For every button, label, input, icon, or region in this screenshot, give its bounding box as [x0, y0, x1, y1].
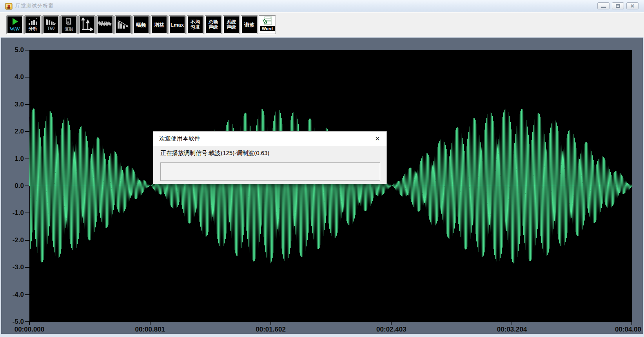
- plot-area: [29, 50, 632, 322]
- y-axis-tick: [25, 131, 29, 132]
- x-axis-tick: [512, 322, 512, 325]
- lmax-button-face: Lmax: [170, 16, 185, 33]
- bar-chart-icon: [27, 18, 38, 26]
- dialog-titlebar: 欢迎使用本软件 ✕: [153, 132, 386, 146]
- x-axis-label: 00:02.403: [376, 326, 406, 333]
- harmonics-button-face: 谐波: [242, 16, 257, 33]
- waveform-canvas: [29, 50, 632, 322]
- document-copy-icon: [65, 18, 73, 27]
- word-export-button-face: Word: [260, 16, 275, 33]
- y-axis-label: 4.0: [4, 73, 24, 81]
- x-axis-tick: [29, 322, 30, 325]
- gain-label: 增益: [154, 22, 164, 27]
- nonuniformity-button[interactable]: 不均匀度: [187, 15, 204, 34]
- harmonics-button[interactable]: 谐波: [241, 15, 258, 34]
- y-axis-label: 5.0: [4, 46, 24, 54]
- decay-bars-icon: [45, 18, 56, 26]
- y-axis-label: -5.0: [4, 318, 24, 326]
- histogram-decay-button-face: [116, 16, 131, 33]
- t60-button[interactable]: T60: [42, 15, 60, 34]
- total-noise-level-button[interactable]: 总噪声级: [205, 15, 222, 34]
- dialog-title: 欢迎使用本软件: [159, 135, 200, 142]
- copy-label: 复制: [65, 27, 73, 32]
- y-axis-tick: [25, 104, 29, 105]
- nonuniformity-button-face: 不均匀度: [188, 16, 203, 33]
- x-axis-label: 00:01.602: [256, 326, 286, 333]
- minimize-icon: [601, 7, 606, 8]
- word-export-button[interactable]: Word: [259, 15, 276, 34]
- play-wav-button[interactable]: WAV: [6, 15, 24, 34]
- welcome-dialog: 欢迎使用本软件 ✕ 正在播放调制信号:载波(125)-调制波(0.63): [153, 131, 387, 184]
- app-icon: [5, 2, 13, 10]
- total-noise-level-label-line2: 声级: [209, 25, 218, 30]
- y-axis-label: -2.0: [4, 236, 24, 244]
- y-axis-label: 3.0: [4, 101, 24, 108]
- axes-button[interactable]: [78, 15, 96, 34]
- y-axis-label: 2.0: [4, 128, 24, 135]
- lmax-label: Lmax: [171, 22, 184, 27]
- spreadsheet-icon: [262, 16, 272, 26]
- y-axis-label: 0.0: [4, 182, 24, 190]
- minimize-button[interactable]: [597, 2, 610, 9]
- y-axis-tick: [25, 294, 29, 295]
- total-noise-level-button-face: 总噪声级: [206, 16, 221, 33]
- y-axis-tick: [25, 240, 29, 241]
- y-axis-label: 1.0: [4, 155, 24, 163]
- window-title: 厅堂测试分析窗: [15, 2, 54, 9]
- x-axis-label: 00:00.000: [15, 326, 45, 333]
- axes-button-face: [80, 16, 94, 33]
- y-axis-tick: [25, 186, 29, 186]
- y-axis-label: -1.0: [4, 209, 24, 217]
- amplitude-frequency-label: 幅频: [136, 22, 146, 27]
- y-axis-label: -3.0: [4, 263, 24, 271]
- system-sound-level-button[interactable]: 系统声级: [223, 15, 240, 34]
- close-icon: ✕: [630, 4, 635, 9]
- lmax-button[interactable]: Lmax: [169, 15, 186, 34]
- axes-icon: [81, 18, 93, 32]
- y-axis-tick: [25, 50, 29, 50]
- histogram-decay-button[interactable]: [114, 15, 132, 34]
- system-sound-level-label-line2: 声级: [227, 25, 236, 30]
- play-icon: [11, 18, 19, 27]
- system-sound-level-button-face: 系统声级: [224, 16, 239, 33]
- window-controls: ✕: [597, 2, 639, 9]
- copy-button[interactable]: 复制: [60, 15, 78, 34]
- gain-button-face: 增益: [152, 16, 167, 33]
- close-button[interactable]: ✕: [626, 2, 639, 9]
- histogram-decay-icon: [117, 20, 129, 30]
- analyze-button[interactable]: 分析: [24, 15, 42, 34]
- analyze-button-face: 分析: [25, 16, 40, 33]
- maximize-button[interactable]: [612, 2, 624, 9]
- x-axis-tick: [391, 322, 392, 325]
- dialog-close-button[interactable]: ✕: [372, 133, 383, 144]
- x-axis-tick: [270, 322, 271, 325]
- amplitude-frequency-button-face: 幅频: [134, 16, 149, 33]
- t60-button-face: T60: [44, 16, 58, 33]
- play-wav-label: WAV: [10, 27, 20, 32]
- toolbar: WAV分析T60复制幅频增益Lmax不均匀度总噪声级系统声级谐波Word: [0, 12, 644, 37]
- copy-button-face: 复制: [62, 16, 76, 33]
- dialog-body: 正在播放调制信号:载波(125)-调制波(0.63): [153, 146, 386, 184]
- y-axis-tick: [25, 159, 29, 159]
- progress-bar: [160, 162, 380, 181]
- play-wav-button-face: WAV: [7, 16, 22, 33]
- waveform-icon: [98, 20, 112, 30]
- titlebar: 厅堂测试分析窗 ✕: [0, 0, 644, 12]
- y-axis-tick: [25, 267, 29, 268]
- gain-button[interactable]: 增益: [151, 15, 168, 34]
- x-axis-label: 00:03.204: [497, 326, 527, 333]
- x-axis-label: 00:00.801: [135, 326, 165, 333]
- waveform-view-button[interactable]: [96, 15, 114, 34]
- harmonics-label: 谐波: [244, 22, 254, 27]
- analyze-label: 分析: [29, 26, 37, 31]
- word-export-label: Word: [260, 26, 275, 31]
- waveform-view-button-face: [98, 16, 112, 33]
- nonuniformity-label-line2: 匀度: [190, 25, 200, 30]
- dialog-message: 正在播放调制信号:载波(125)-调制波(0.63): [160, 150, 269, 157]
- x-axis-tick: [150, 322, 151, 325]
- x-axis-tick: [631, 322, 632, 325]
- y-axis-label: -4.0: [4, 291, 24, 299]
- amplitude-frequency-button[interactable]: 幅频: [132, 15, 150, 34]
- t60-label: T60: [47, 26, 55, 31]
- maximize-icon: [616, 4, 620, 8]
